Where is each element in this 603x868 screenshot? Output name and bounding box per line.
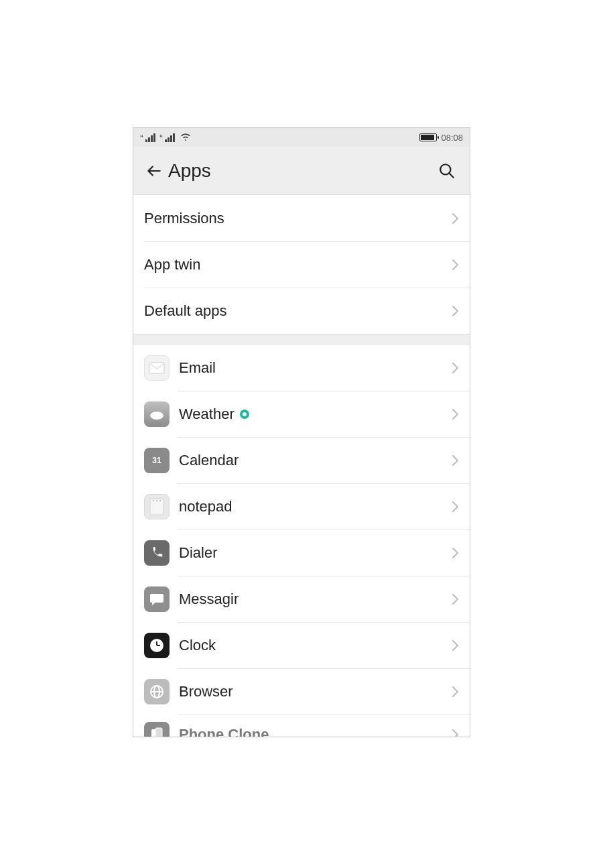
app-row-messaging[interactable]: Messagir xyxy=(133,576,470,622)
app-label: Weather xyxy=(179,406,451,423)
wifi-icon xyxy=(180,133,191,141)
calendar-icon: 31 xyxy=(144,448,170,473)
app-label: Messagir xyxy=(179,591,451,608)
search-button[interactable] xyxy=(433,158,460,184)
svg-point-3 xyxy=(150,412,163,420)
row-permissions[interactable]: Permissions xyxy=(133,195,470,241)
section-divider xyxy=(133,334,470,345)
weather-icon xyxy=(144,401,170,427)
search-icon xyxy=(438,162,456,180)
settings-list: Permissions App twin Default apps xyxy=(133,195,470,334)
chevron-right-icon xyxy=(451,728,459,737)
chevron-right-icon xyxy=(451,639,459,652)
chevron-right-icon xyxy=(451,258,459,271)
chevron-right-icon xyxy=(451,685,459,698)
chevron-right-icon xyxy=(451,304,459,318)
app-row-email[interactable]: Email xyxy=(133,345,470,391)
chevron-right-icon xyxy=(451,212,459,225)
messaging-icon xyxy=(144,586,170,612)
chevron-right-icon xyxy=(451,361,459,375)
back-button[interactable] xyxy=(143,158,165,184)
sim2-label: “ xyxy=(159,134,163,141)
row-default-apps[interactable]: Default apps xyxy=(133,288,470,334)
row-app-twin[interactable]: App twin xyxy=(133,241,470,288)
chevron-right-icon xyxy=(451,408,459,421)
app-label: Phone Clone xyxy=(179,726,451,737)
app-label: notepad xyxy=(179,498,451,515)
phone-frame: “ “ 08:08 Apps Perm xyxy=(133,127,470,737)
phone-clone-icon xyxy=(144,722,170,737)
svg-rect-2 xyxy=(149,363,164,373)
app-row-weather[interactable]: Weather xyxy=(133,391,470,437)
chevron-right-icon xyxy=(451,500,459,513)
app-label: Browser xyxy=(179,683,451,700)
browser-icon xyxy=(144,679,170,704)
chevron-right-icon xyxy=(451,593,459,606)
status-right: 08:08 xyxy=(419,133,463,143)
app-label: Clock xyxy=(179,637,451,654)
row-label: Permissions xyxy=(144,210,451,227)
app-row-notepad[interactable]: notepad xyxy=(133,483,470,530)
svg-line-1 xyxy=(449,173,454,178)
app-label: Email xyxy=(179,359,451,377)
app-row-phone-clone[interactable]: Phone Clone xyxy=(133,715,470,737)
app-row-browser[interactable]: Browser xyxy=(133,668,470,715)
svg-point-7 xyxy=(159,500,161,501)
notepad-icon xyxy=(144,494,170,519)
svg-point-5 xyxy=(153,500,154,501)
svg-point-6 xyxy=(156,500,157,501)
calendar-date-text: 31 xyxy=(152,456,161,465)
battery-icon xyxy=(419,133,437,141)
arrow-left-icon xyxy=(145,162,163,180)
signal-icon-2 xyxy=(165,133,175,142)
row-label: App twin xyxy=(144,256,451,273)
app-row-clock[interactable]: Clock xyxy=(133,622,470,668)
clock-icon xyxy=(144,633,170,658)
page-title: Apps xyxy=(168,160,433,182)
email-icon xyxy=(144,355,170,381)
app-header: Apps xyxy=(133,147,470,195)
status-left: “ “ xyxy=(140,133,191,142)
chevron-right-icon xyxy=(451,454,459,467)
app-label: Calendar xyxy=(179,452,451,469)
row-label: Default apps xyxy=(144,302,451,320)
location-badge-icon xyxy=(240,410,249,419)
signal-icon xyxy=(145,133,155,142)
status-bar: “ “ 08:08 xyxy=(133,128,470,147)
app-label: Dialer xyxy=(179,544,451,562)
dialer-icon xyxy=(144,540,170,566)
app-row-dialer[interactable]: Dialer xyxy=(133,530,470,576)
chevron-right-icon xyxy=(451,546,459,560)
svg-rect-15 xyxy=(155,728,162,737)
app-row-calendar[interactable]: 31 Calendar xyxy=(133,437,470,483)
apps-list: Email Weather 31 Calendar notepad xyxy=(133,345,470,737)
sim1-label: “ xyxy=(140,134,143,141)
status-time: 08:08 xyxy=(441,133,463,143)
